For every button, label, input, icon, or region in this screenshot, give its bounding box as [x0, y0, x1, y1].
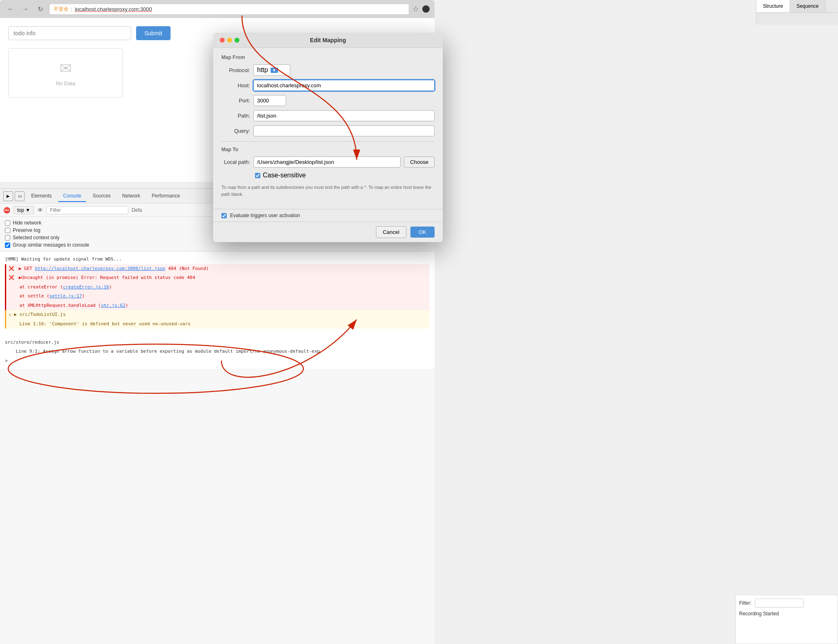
- port-row: Port:: [221, 95, 435, 106]
- stop-icon[interactable]: ⛔: [3, 207, 10, 213]
- hide-network-checkbox[interactable]: [5, 220, 10, 226]
- no-data-label: No Data: [56, 80, 75, 86]
- host-row: Host:: [221, 80, 435, 91]
- url-text: localhost.charlesproxy.com:3000: [75, 6, 152, 12]
- todo-input[interactable]: [8, 26, 131, 40]
- path-input[interactable]: [253, 110, 435, 121]
- console-filter-input[interactable]: [46, 206, 128, 214]
- protocol-chevron: ▼: [271, 68, 278, 73]
- close-button[interactable]: [220, 38, 225, 43]
- console-link-1[interactable]: http://localhost.charlesproxy.com:3000/l…: [35, 266, 165, 271]
- protocol-select-wrapper[interactable]: http ▼: [253, 64, 290, 76]
- console-line-warning-1: ⚠ ▶ src/TodoListUI.js: [5, 310, 430, 320]
- host-input[interactable]: [253, 80, 435, 91]
- browser-toolbar: ← → ↻ 不安全 | localhost.charlesproxy.com:3…: [0, 0, 435, 18]
- console-line-reducer: src/store/reducer.js: [5, 338, 430, 347]
- local-path-row: Local path: Choose: [221, 156, 435, 168]
- top-dropdown[interactable]: top ▼: [14, 206, 34, 214]
- address-bar-right: ☆: [412, 5, 430, 14]
- submit-button[interactable]: Submit: [136, 26, 171, 40]
- evaluate-row: Evaluate triggers user activation: [213, 209, 443, 222]
- maximize-button[interactable]: [235, 38, 239, 43]
- group-similar-label: Group similar messages in console: [13, 242, 89, 248]
- group-similar-checkbox[interactable]: [5, 243, 10, 248]
- charles-tab-structure[interactable]: Structure: [756, 0, 790, 12]
- circle-icon: [422, 5, 430, 13]
- charles-tab-sequence[interactable]: Sequence: [790, 0, 826, 12]
- back-button[interactable]: ←: [5, 3, 16, 15]
- console-caret: >: [5, 356, 430, 366]
- error-icon-1: ❌: [9, 266, 14, 271]
- dialog-title: Edit Mapping: [310, 37, 346, 43]
- inbox-icon: ✉: [59, 60, 72, 77]
- forward-button[interactable]: →: [20, 3, 31, 15]
- filter-label: Filter:: [739, 600, 751, 606]
- default-label: Defa: [132, 207, 142, 213]
- console-line-create-error: at createError (createError.js:16): [5, 283, 430, 292]
- map-from-label: Map From: [221, 54, 435, 60]
- device-toggle-icon[interactable]: ▭: [15, 191, 25, 201]
- query-label: Query:: [221, 128, 250, 134]
- preserve-log-checkbox[interactable]: [5, 228, 10, 233]
- no-data-box: ✉ No Data: [8, 48, 123, 98]
- address-bar[interactable]: 不安全 | localhost.charlesproxy.com:3000: [49, 4, 409, 15]
- evaluate-checkbox[interactable]: [221, 213, 227, 218]
- tab-console[interactable]: Console: [58, 190, 86, 202]
- console-line-xhr: at XMLHttpRequest.handleLoad (xhr.js:62): [5, 301, 430, 311]
- evaluate-label: Evaluate triggers user activation: [230, 213, 300, 218]
- create-error-link[interactable]: createError.js:16: [63, 284, 109, 290]
- filter-row: Filter:: [739, 599, 834, 608]
- local-path-label: Local path:: [221, 159, 250, 165]
- bookmark-icon[interactable]: ☆: [412, 5, 419, 14]
- eye-icon[interactable]: 👁: [37, 207, 43, 213]
- dialog-body: Map From Protocol: http ▼ Host: Port: Pa…: [213, 48, 443, 209]
- reload-button[interactable]: ↻: [34, 3, 46, 15]
- selected-context-checkbox[interactable]: [5, 235, 10, 240]
- tab-network[interactable]: Network: [117, 190, 145, 202]
- console-line-settle: at settle (settle.js:17): [5, 292, 430, 301]
- path-label: Path:: [221, 113, 250, 119]
- edit-mapping-dialog: Edit Mapping Map From Protocol: http ▼ H…: [213, 33, 443, 242]
- local-path-input[interactable]: [253, 156, 401, 168]
- hide-network-label: Hide network: [13, 220, 41, 226]
- console-line-reducer-detail: Line 9:1: Assign arrow function to a var…: [5, 347, 430, 356]
- port-label: Port:: [221, 98, 250, 104]
- console-output: [HMR] Waiting for update signal from WDS…: [0, 252, 435, 369]
- tab-performance[interactable]: Performance: [147, 190, 185, 202]
- settle-link[interactable]: settle.js:17: [49, 293, 82, 299]
- hint-text: To map from a path and its subdirectorie…: [221, 184, 435, 197]
- dialog-footer: Cancel OK: [213, 222, 443, 242]
- charles-filter-input[interactable]: [755, 599, 804, 608]
- top-dropdown-arrow: ▼: [25, 207, 30, 213]
- query-input[interactable]: [253, 125, 435, 136]
- charles-panel: Structure Sequence: [756, 0, 838, 25]
- ok-button[interactable]: OK: [410, 227, 435, 238]
- protocol-label: Protocol:: [221, 67, 250, 73]
- minimize-button[interactable]: [227, 38, 232, 43]
- devtools-panel: ▶ ▭ Elements Console Sources Network Per…: [0, 188, 435, 644]
- console-line-uncaught: ❌ ▶Uncaught (in promise) Error: Request …: [5, 273, 430, 283]
- top-label: top: [17, 207, 24, 213]
- security-warning: 不安全: [54, 6, 68, 13]
- tab-elements[interactable]: Elements: [26, 190, 57, 202]
- path-row: Path:: [221, 110, 435, 121]
- map-to-label: Map To: [221, 147, 435, 152]
- inspect-element-icon[interactable]: ▶: [3, 191, 13, 201]
- tab-sources[interactable]: Sources: [88, 190, 116, 202]
- protocol-value: http: [257, 66, 268, 74]
- console-line-warning-sub: Line 1:16: 'Component' is defined but ne…: [5, 320, 430, 329]
- cancel-button[interactable]: Cancel: [376, 226, 406, 238]
- host-label: Host:: [221, 82, 250, 88]
- recording-status: Recording Started: [739, 611, 834, 617]
- port-input[interactable]: [253, 95, 286, 106]
- case-sensitive-checkbox[interactable]: [255, 173, 260, 178]
- console-empty-line: [5, 329, 430, 338]
- query-row: Query:: [221, 125, 435, 136]
- choose-button[interactable]: Choose: [404, 156, 435, 168]
- charles-bottom-panel: Filter: Recording Started: [736, 595, 838, 644]
- protocol-row: Protocol: http ▼: [221, 64, 435, 76]
- xhr-link[interactable]: xhr.js:62: [101, 303, 125, 308]
- divider: [221, 141, 435, 142]
- preserve-log-label: Preserve log: [13, 227, 40, 233]
- selected-context-label: Selected context only: [13, 235, 59, 240]
